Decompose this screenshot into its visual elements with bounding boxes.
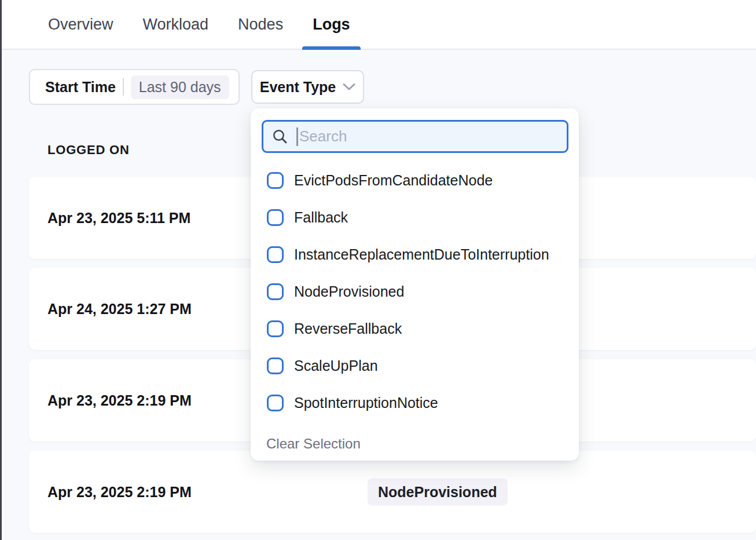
option-label: InstanceReplacementDueToInterruption xyxy=(294,246,549,263)
option-label: ScaleUpPlan xyxy=(294,357,378,374)
logged-on-value: Apr 23, 2025 2:19 PM xyxy=(47,484,192,501)
option-reversefallback[interactable]: ReverseFallback xyxy=(251,310,579,347)
tab-nodes[interactable]: Nodes xyxy=(238,0,283,49)
event-type-checkbox[interactable] xyxy=(267,357,284,374)
start-time-filter-label: Start Time xyxy=(45,79,116,96)
event-type-checkbox[interactable] xyxy=(267,172,284,189)
event-type-checkbox[interactable] xyxy=(267,395,284,411)
logged-on-value: Apr 24, 2025 1:27 PM xyxy=(47,301,192,318)
option-spotinterruptionnotice[interactable]: SpotInterruptionNotice xyxy=(251,384,579,421)
tab-nodes-label: Nodes xyxy=(238,16,283,34)
search-icon xyxy=(272,129,288,144)
option-label: Fallback xyxy=(294,209,348,226)
option-instancereplacementduetointerruption[interactable]: InstanceReplacementDueToInterruption xyxy=(251,236,579,273)
event-type-dropdown-panel: EvictPodsFromCandidateNode Fallback Inst… xyxy=(251,108,579,461)
option-scaleupplan[interactable]: ScaleUpPlan xyxy=(251,347,579,384)
filter-divider xyxy=(123,78,124,96)
option-label: EvictPodsFromCandidateNode xyxy=(294,172,493,189)
active-tab-underline xyxy=(302,46,361,50)
option-fallback[interactable]: Fallback xyxy=(251,199,579,236)
logged-on-value: Apr 23, 2025 2:19 PM xyxy=(47,392,192,409)
chevron-down-icon xyxy=(343,83,355,91)
tab-overview-label: Overview xyxy=(48,16,113,34)
event-type-badge: NodeProvisioned xyxy=(368,479,508,506)
logged-on-value: Apr 23, 2025 5:11 PM xyxy=(47,210,190,227)
event-type-checkbox[interactable] xyxy=(267,320,284,337)
start-time-filter-value: Last 90 days xyxy=(131,75,229,99)
tab-bar: Overview Workload Nodes Logs xyxy=(2,0,756,50)
option-label: NodeProvisioned xyxy=(294,283,404,300)
event-type-filter-button[interactable]: Event Type xyxy=(251,70,364,104)
option-label: ReverseFallback xyxy=(294,320,402,337)
search-input[interactable] xyxy=(299,127,567,145)
event-type-checkbox[interactable] xyxy=(267,209,284,226)
tab-workload[interactable]: Workload xyxy=(143,0,209,49)
tab-logs[interactable]: Logs xyxy=(313,0,350,49)
event-type-checkbox[interactable] xyxy=(267,283,284,300)
event-type-filter-label: Event Type xyxy=(260,79,336,96)
event-type-option-list: EvictPodsFromCandidateNode Fallback Inst… xyxy=(251,162,579,421)
column-header-logged-on: LOGGED ON xyxy=(47,143,130,158)
option-evictpodsfromcandidatenode[interactable]: EvictPodsFromCandidateNode xyxy=(251,162,579,199)
option-label: SpotInterruptionNotice xyxy=(294,395,438,411)
tab-workload-label: Workload xyxy=(143,16,209,34)
tab-overview[interactable]: Overview xyxy=(48,0,113,49)
window-left-edge xyxy=(0,0,2,540)
start-time-filter-button[interactable]: Start Time Last 90 days xyxy=(29,69,240,105)
tab-logs-label: Logs xyxy=(313,16,350,34)
event-type-checkbox[interactable] xyxy=(267,246,284,263)
dropdown-search-box[interactable] xyxy=(262,120,568,153)
clear-selection-button[interactable]: Clear Selection xyxy=(266,436,361,452)
text-cursor xyxy=(296,127,298,146)
table-row[interactable]: Apr 23, 2025 2:19 PM NodeProvisioned xyxy=(29,451,756,533)
option-nodeprovisioned[interactable]: NodeProvisioned xyxy=(251,273,579,310)
